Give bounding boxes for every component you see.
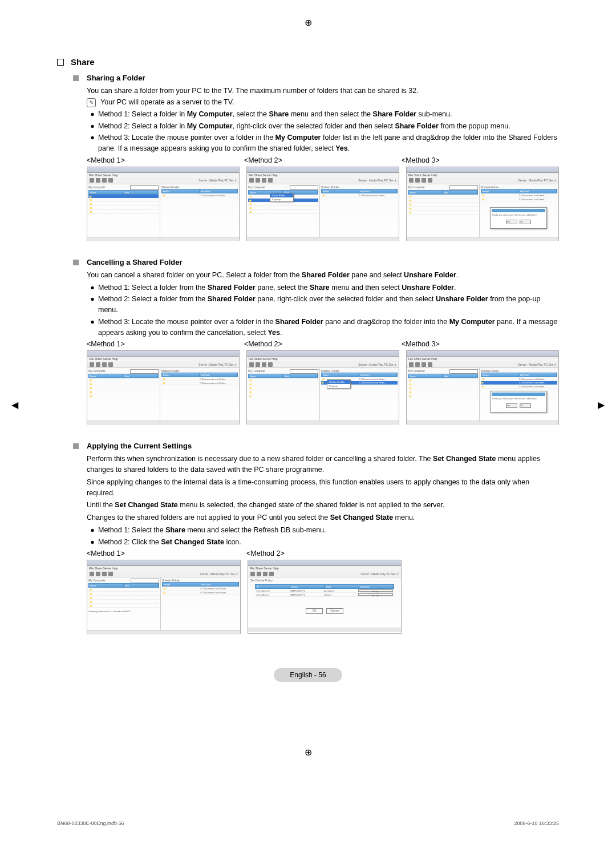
checkbox-icon	[57, 59, 64, 66]
cancel-bullet-1-text: Method 1: Select a folder from the Share…	[98, 282, 559, 293]
confirm-share-popup: Would you share up in the file (or subfo…	[490, 207, 547, 229]
applying-title: Applying the Current Settings	[87, 442, 192, 450]
confirm-unshare-popup: Would you share up in the file (or subfo…	[490, 391, 547, 413]
cancel-screenshot-3: File Share Server Help Server : Media Pl…	[406, 350, 559, 424]
cancel-bullet-2-text: Method 2: Select a folder from the Share…	[98, 294, 559, 316]
print-footer: BN68-02330E-00Eng.indb 56 2009-6-10 16:3…	[57, 820, 559, 826]
sharing-screenshot-1: File Share Server Help Server : Media Pl…	[87, 167, 240, 241]
cancel-screenshot-2: File Share Server Help Server : Media Pl…	[246, 350, 399, 424]
bullet-square-icon	[73, 75, 79, 81]
share-section-header: Share	[57, 57, 559, 67]
applying-p1: Perform this when synchronization is nec…	[87, 454, 559, 475]
cancelling-header: Cancelling a Shared Folder	[73, 258, 559, 266]
sharing-screenshots: File Share Server Help Server : Media Pl…	[87, 167, 559, 241]
cancel-method-labels: <Method 1> <Method 2> <Method 3>	[87, 340, 559, 348]
apply-screenshot-2: File Share Server Help Server : Media Pl…	[248, 560, 402, 634]
print-arrow-left: ◀	[11, 399, 18, 410]
sharing-intro: You can share a folder from your PC to t…	[87, 86, 559, 96]
cancel-bullet-3-text: Method 3: Locate the mouse pointer over …	[98, 317, 559, 338]
apply-bullet-2-text: Method 2: Click the Set Changed State ic…	[98, 537, 559, 548]
share-bullet-1-text: Method 1: Select a folder in My Computer…	[98, 109, 559, 120]
cancel-screenshot-1: File Share Server Help Server : Media Pl…	[87, 350, 240, 424]
sharing-folder-header: Sharing a Folder	[73, 74, 559, 82]
apply-bullet-1-text: Method 1: Select the Share menu and sele…	[98, 525, 559, 536]
cancel-bullet-2: ●Method 2: Select a folder from the Shar…	[87, 294, 559, 316]
cancel-bullet-1: ●Method 1: Select a folder from the Shar…	[87, 282, 559, 293]
method3-label: <Method 3>	[402, 156, 559, 164]
method1-label: <Method 1>	[87, 156, 244, 164]
method1-label: <Method 1>	[87, 549, 246, 557]
applying-p4: Changes to the shared folders are not ap…	[87, 512, 559, 523]
share-title: Share	[71, 57, 95, 67]
applying-p3: Until the Set Changed State menu is sele…	[87, 500, 559, 511]
share-method-labels: <Method 1> <Method 2> <Method 3>	[87, 156, 559, 164]
method2-label: <Method 2>	[246, 549, 406, 557]
apply-screenshots: File Share Server Help Server : Media Pl…	[87, 560, 559, 634]
method3-label: <Method 3>	[402, 340, 559, 348]
sharing-folder-title: Sharing a Folder	[87, 74, 145, 82]
cancel-bullet-3: ●Method 3: Locate the mouse pointer over…	[87, 317, 559, 338]
sharing-screenshot-3: File Share Server Help Server : Media Pl…	[406, 167, 559, 241]
share-bullet-1: ●Method 1: Select a folder in My Compute…	[87, 109, 559, 120]
sharing-note: ✎ Your PC will operate as a server to th…	[87, 98, 559, 107]
share-bullet-3-text: Method 3: Locate the mouse pointer over …	[98, 132, 559, 154]
applying-p2: Since applying changes to the internal d…	[87, 477, 559, 499]
apply-screenshot-1: File Share Server Help Server : Media Pl…	[87, 560, 241, 634]
applying-header: Applying the Current Settings	[73, 442, 559, 450]
cancel-screenshots: File Share Server Help Server : Media Pl…	[87, 350, 559, 424]
bullet-square-icon	[73, 260, 79, 265]
page-footer-pill: English - 56	[274, 668, 342, 682]
apply-method-labels: <Method 1> <Method 2>	[87, 549, 559, 557]
method1-label: <Method 1>	[87, 340, 244, 348]
footer-right: 2009-6-10 16:33:25	[514, 820, 559, 826]
sharing-screenshot-2: File Share Server Help Server : Media Pl…	[246, 167, 399, 241]
apply-bullet-2: ●Method 2: Click the Set Changed State i…	[87, 537, 559, 548]
print-crosshair-top: ⊕	[305, 17, 312, 28]
cancelling-title: Cancelling a Shared Folder	[87, 258, 183, 266]
apply-bullet-1: ●Method 1: Select the Share menu and sel…	[87, 525, 559, 536]
print-arrow-right: ▶	[598, 399, 605, 410]
footer-left: BN68-02330E-00Eng.indb 56	[57, 820, 124, 826]
bullet-square-icon	[73, 443, 79, 449]
cancelling-intro: You can cancel a shared folder on your P…	[87, 270, 559, 281]
share-bullet-2-text: Method 2: Select a folder in My Computer…	[98, 121, 559, 132]
method2-label: <Method 2>	[244, 156, 402, 164]
share-bullet-2: ●Method 2: Select a folder in My Compute…	[87, 121, 559, 132]
note-icon: ✎	[87, 98, 96, 107]
method2-label: <Method 2>	[244, 340, 402, 348]
print-crosshair-bottom: ⊕	[305, 747, 312, 758]
sharing-note-text: Your PC will operate as a server to the …	[100, 98, 234, 106]
unshare-context-menu: Unshare Folder Property	[327, 379, 351, 389]
share-bullet-3: ●Method 3: Locate the mouse pointer over…	[87, 132, 559, 154]
share-context-menu: Share Folder Property	[270, 193, 294, 202]
